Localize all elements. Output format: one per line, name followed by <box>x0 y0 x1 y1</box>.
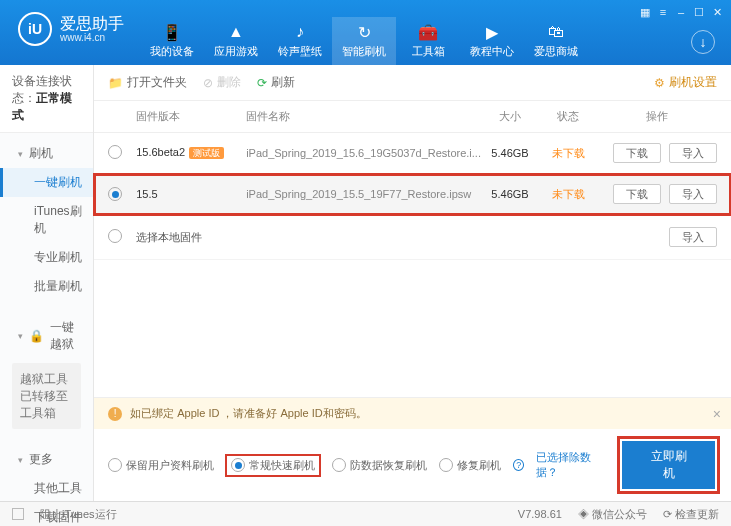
refresh-button[interactable]: ⟳刷新 <box>257 74 295 91</box>
nav-4[interactable]: 🧰工具箱 <box>396 17 460 65</box>
local-label: 选择本地固件 <box>136 230 597 245</box>
top-nav: 📱我的设备▲应用游戏♪铃声壁纸↻智能刷机🧰工具箱▶教程中心🛍爱思商城 <box>140 17 681 65</box>
check-update-link[interactable]: ⟳ 检查更新 <box>663 507 719 522</box>
nav-label-0: 我的设备 <box>150 44 194 59</box>
import-button-0[interactable]: 导入 <box>669 143 717 163</box>
nav-1[interactable]: ▲应用游戏 <box>204 17 268 65</box>
side-head-1[interactable]: ▾🔒 一键越狱 <box>0 313 93 359</box>
col-status: 状态 <box>539 109 597 124</box>
toolbar: 📁打开文件夹 ⊘删除 ⟳刷新 ⚙刷机设置 <box>94 65 731 101</box>
row-name-1: iPad_Spring_2019_15.5_19F77_Restore.ipsw <box>246 188 481 200</box>
nav-icon-2: ♪ <box>291 23 309 41</box>
row-size-1: 5.46GB <box>481 188 539 200</box>
firmware-row-0[interactable]: 15.6beta2测试版 iPad_Spring_2019_15.6_19G50… <box>94 133 731 174</box>
opt-normal-flash[interactable]: 常规快速刷机 <box>226 455 320 476</box>
table-header: 固件版本 固件名称 大小 状态 操作 <box>94 101 731 133</box>
wechat-link[interactable]: ◈ 微信公众号 <box>578 507 647 522</box>
opt-anti-recovery[interactable]: 防数据恢复刷机 <box>332 458 427 473</box>
local-firmware-row[interactable]: 选择本地固件 导入 <box>94 215 731 260</box>
warning-bar: ! 如已绑定 Apple ID ，请准备好 Apple ID和密码。 × <box>94 398 731 429</box>
sidebar: 设备连接状态：正常模式 ▾刷机一键刷机iTunes刷机专业刷机批量刷机▾🔒 一键… <box>0 65 94 501</box>
nav-icon-3: ↻ <box>355 23 373 41</box>
row-size-0: 5.46GB <box>481 147 539 159</box>
flash-settings-button[interactable]: ⚙刷机设置 <box>654 74 717 91</box>
opt-repair[interactable]: 修复刷机 <box>439 458 501 473</box>
nav-icon-5: ▶ <box>483 23 501 41</box>
row-status-0: 未下载 <box>539 146 597 161</box>
nav-3[interactable]: ↻智能刷机 <box>332 17 396 65</box>
block-itunes-checkbox[interactable] <box>12 508 24 520</box>
nav-icon-0: 📱 <box>163 23 181 41</box>
local-radio[interactable] <box>108 229 122 243</box>
side-item-0-1[interactable]: iTunes刷机 <box>0 197 93 243</box>
open-folder-button[interactable]: 📁打开文件夹 <box>108 74 187 91</box>
row-radio-1[interactable] <box>108 187 122 201</box>
brand-url: www.i4.cn <box>60 32 124 43</box>
firmware-row-1[interactable]: 15.5 iPad_Spring_2019_15.5_19F77_Restore… <box>94 174 731 215</box>
col-name: 固件名称 <box>246 109 481 124</box>
col-ops: 操作 <box>597 109 717 124</box>
side-item-0-3[interactable]: 批量刷机 <box>0 272 93 301</box>
delete-button: ⊘删除 <box>203 74 241 91</box>
row-version-1: 15.5 <box>136 188 246 200</box>
brand-name: 爱思助手 <box>60 15 124 33</box>
nav-2[interactable]: ♪铃声壁纸 <box>268 17 332 65</box>
exclude-data-link[interactable]: 已选择除数据？ <box>536 450 608 480</box>
nav-6[interactable]: 🛍爱思商城 <box>524 17 588 65</box>
warning-close-icon[interactable]: × <box>713 406 721 422</box>
warning-icon: ! <box>108 407 122 421</box>
row-version-0: 15.6beta2测试版 <box>136 146 246 160</box>
col-size: 大小 <box>481 109 539 124</box>
side-item-2-0[interactable]: 其他工具 <box>0 474 93 503</box>
block-itunes-label: 阻止iTunes运行 <box>40 507 117 522</box>
brand-block: iU 爱思助手 www.i4.cn <box>18 12 124 46</box>
nav-label-3: 智能刷机 <box>342 44 386 59</box>
footer: 阻止iTunes运行 V7.98.61 ◈ 微信公众号 ⟳ 检查更新 <box>0 501 731 526</box>
nav-0[interactable]: 📱我的设备 <box>140 17 204 65</box>
device-status: 设备连接状态：正常模式 <box>0 65 93 133</box>
side-item-1-0: 越狱工具已转移至工具箱 <box>12 363 81 429</box>
side-head-2[interactable]: ▾更多 <box>0 445 93 474</box>
row-radio-0[interactable] <box>108 145 122 159</box>
info-icon[interactable]: ? <box>513 459 524 471</box>
nav-label-4: 工具箱 <box>412 44 445 59</box>
warning-text: 如已绑定 Apple ID ，请准备好 Apple ID和密码。 <box>130 406 367 421</box>
row-name-0: iPad_Spring_2019_15.6_19G5037d_Restore.i… <box>246 147 481 159</box>
nav-icon-4: 🧰 <box>419 23 437 41</box>
maximize-icon[interactable]: ☐ <box>691 4 707 20</box>
nav-icon-6: 🛍 <box>547 23 565 41</box>
row-status-1: 未下载 <box>539 187 597 202</box>
flash-options: 保留用户资料刷机 常规快速刷机 防数据恢复刷机 修复刷机 ? 已选择除数据？ 立… <box>94 429 731 501</box>
import-button-1[interactable]: 导入 <box>669 184 717 204</box>
opt-keep-data[interactable]: 保留用户资料刷机 <box>108 458 214 473</box>
flash-now-button[interactable]: 立即刷机 <box>622 441 715 489</box>
download-button-0[interactable]: 下载 <box>613 143 661 163</box>
nav-icon-1: ▲ <box>227 23 245 41</box>
download-button-1[interactable]: 下载 <box>613 184 661 204</box>
version-label: V7.98.61 <box>518 508 562 520</box>
nav-label-5: 教程中心 <box>470 44 514 59</box>
download-circle-icon[interactable]: ↓ <box>691 30 715 54</box>
side-head-0[interactable]: ▾刷机 <box>0 139 93 168</box>
nav-label-1: 应用游戏 <box>214 44 258 59</box>
local-import-button[interactable]: 导入 <box>669 227 717 247</box>
nav-label-6: 爱思商城 <box>534 44 578 59</box>
col-version: 固件版本 <box>136 109 246 124</box>
nav-5[interactable]: ▶教程中心 <box>460 17 524 65</box>
close-icon[interactable]: ✕ <box>709 4 725 20</box>
logo-icon: iU <box>18 12 52 46</box>
side-item-0-2[interactable]: 专业刷机 <box>0 243 93 272</box>
side-item-0-0[interactable]: 一键刷机 <box>0 168 93 197</box>
nav-label-2: 铃声壁纸 <box>278 44 322 59</box>
